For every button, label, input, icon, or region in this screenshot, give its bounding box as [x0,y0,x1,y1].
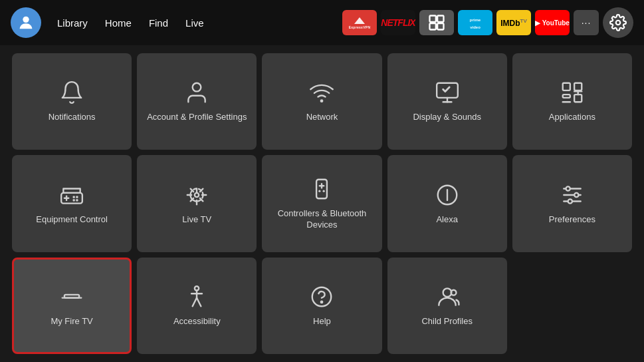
grid-item-help[interactable]: Help [262,258,381,354]
my-fire-tv-label: My Fire TV [51,316,92,327]
svg-point-40 [568,199,572,203]
svg-rect-29 [317,180,328,199]
alexa-label: Alexa [436,214,458,226]
grid-item-livetv[interactable]: Live TV [137,155,257,252]
grid-item-my-fire-tv[interactable]: My Fire TV [12,258,132,354]
svg-rect-13 [574,83,582,90]
settings-grid: Notifications Account & Profile Settings… [0,45,644,362]
app-icons: ExpressVPN NETFLIX primevideo IMDbTV [342,10,599,35]
header: Library Home Find Live ExpressVPN NETFLI… [0,0,644,45]
netflix-icon[interactable]: NETFLIX [381,10,415,35]
accessibility-label: Accessibility [173,316,221,327]
grid-item-notifications[interactable]: Notifications [12,53,132,150]
grid-item-child-profiles[interactable]: Child Profiles [387,258,507,354]
nav-find[interactable]: Find [142,13,175,33]
svg-rect-26 [76,199,78,201]
svg-point-38 [566,186,570,190]
svg-point-39 [574,192,578,196]
nav-links: Library Home Find Live [51,13,211,33]
preferences-label: Preferences [549,214,595,226]
grid-item-preferences[interactable]: Preferences [512,155,632,252]
svg-marker-1 [354,17,365,24]
nav-library[interactable]: Library [51,13,94,33]
youtube-icon[interactable]: ▶ YouTube [535,10,570,35]
svg-rect-3 [437,16,443,22]
shortcut-icon-1[interactable] [419,10,454,35]
notifications-label: Notifications [49,112,96,123]
grid-item-display[interactable]: Display & Sounds [387,53,507,150]
child-profiles-label: Child Profiles [421,316,473,327]
equipment-label: Equipment Control [36,214,108,226]
grid-item-alexa[interactable]: Alexa [387,155,507,252]
account-label: Account & Profile Settings [147,112,247,123]
svg-rect-2 [430,16,436,22]
svg-point-33 [323,190,325,192]
imdb-icon[interactable]: IMDbTV [496,10,531,35]
nav-live[interactable]: Live [179,13,211,33]
help-label: Help [313,316,331,327]
livetv-label: Live TV [182,214,211,226]
svg-rect-23 [73,196,75,198]
prime-video-icon[interactable]: primevideo [458,10,492,35]
svg-rect-4 [430,23,436,29]
grid-item-controllers[interactable]: Controllers & Bluetooth Devices [262,155,381,252]
svg-rect-14 [574,94,582,102]
more-apps-button[interactable]: ··· [574,10,599,35]
grid-item-network[interactable]: Network [262,53,381,150]
svg-rect-15 [563,94,570,98]
nav-home[interactable]: Home [98,13,138,33]
grid-item-applications[interactable]: Applications [512,53,632,150]
grid-item-account[interactable]: Account & Profile Settings [137,53,257,150]
settings-button[interactable] [603,7,633,38]
applications-label: Applications [549,112,595,123]
svg-rect-5 [437,23,443,29]
avatar[interactable] [11,7,41,38]
svg-point-32 [319,190,321,192]
expressvpn-icon[interactable]: ExpressVPN [342,10,377,35]
svg-rect-24 [76,196,78,198]
controllers-label: Controllers & Bluetooth Devices [268,208,375,231]
network-label: Network [306,112,338,123]
display-sounds-label: Display & Sounds [413,112,481,123]
svg-rect-12 [563,83,570,90]
svg-rect-25 [73,199,75,201]
grid-item-equipment[interactable]: Equipment Control [12,155,132,252]
grid-item-accessibility[interactable]: Accessibility [137,258,257,354]
svg-rect-20 [63,188,80,192]
svg-point-6 [616,21,621,25]
svg-point-7 [193,83,201,92]
svg-point-0 [23,17,29,23]
